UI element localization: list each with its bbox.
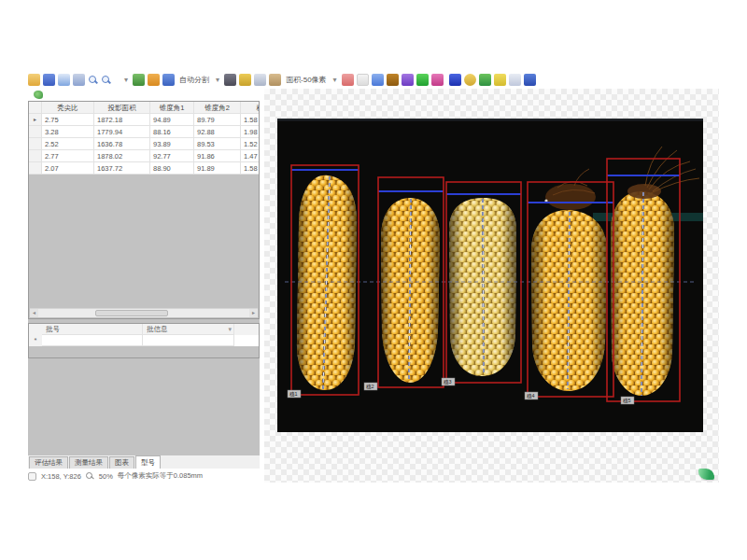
batch-table-header: 批号 批信息 ▾ (29, 324, 259, 335)
zoom-out-icon[interactable] (101, 75, 111, 85)
calibrate-plant-icon[interactable] (133, 74, 145, 86)
corn-photo-canvas[interactable]: 穗1 穗2 穗3 穗4 穗5 (277, 119, 703, 432)
status-bar: X:158, Y:826 50% 每个像素实际等于0.085mm (28, 469, 271, 483)
cell: 88.90 (150, 162, 194, 175)
tab-evaluation-results[interactable]: 评估结果 (29, 456, 68, 469)
photo-top-edge (277, 119, 703, 121)
export-image-icon[interactable] (58, 74, 70, 86)
cell: 94.89 (150, 114, 194, 126)
tab-model[interactable]: 型号 (135, 455, 161, 469)
cell: 1878.02 (94, 150, 150, 162)
column-header[interactable]: 批号 (42, 324, 143, 335)
palette-pink-icon[interactable] (431, 74, 444, 86)
new-row-marker-icon: * (29, 335, 42, 346)
column-header[interactable]: 锥度角1 (150, 102, 194, 114)
tab-measure-results[interactable]: 测量结果 (69, 456, 108, 469)
bottom-tab-bar: 评估结果 测量结果 图表 型号 (28, 455, 260, 469)
monitor-icon[interactable] (254, 74, 266, 86)
table-row[interactable]: 2.77 1878.02 92.77 91.86 1.47 (29, 150, 259, 162)
cell: 1.58 (241, 162, 260, 175)
current-row-marker-icon: ▸ (29, 114, 42, 126)
dropdown-caret-icon[interactable]: ▾ (214, 74, 221, 86)
dropdown-caret-icon[interactable]: ▾ (331, 74, 339, 86)
results-table-header: 秃尖比 投影面积 锥度角1 锥度角2 穗长 (29, 102, 259, 114)
column-header[interactable]: 穗长 (241, 102, 260, 114)
cell[interactable] (42, 335, 143, 346)
open-file-icon[interactable] (28, 74, 40, 86)
cell: 3.28 (42, 126, 94, 138)
cell: 2.77 (42, 150, 94, 162)
scroll-right-icon[interactable]: ▸ (249, 309, 258, 317)
window-view-icon[interactable] (372, 74, 384, 86)
ear-label: 穗2 (366, 384, 374, 390)
results-table[interactable]: 秃尖比 投影面积 锥度角1 锥度角2 穗长 ▸ 2.75 1872.18 94.… (28, 101, 260, 319)
silk-tassel (545, 184, 596, 210)
cell: 2.52 (42, 138, 94, 150)
cell: 91.89 (194, 162, 241, 175)
image-viewer[interactable]: 穗1 穗2 穗3 穗4 穗5 (264, 89, 719, 483)
zoom-in-icon[interactable] (88, 75, 98, 85)
row-marker-header (29, 102, 42, 114)
cell: 1637.72 (94, 162, 150, 175)
swatch-red-icon[interactable] (342, 74, 354, 86)
scrollbar-thumb[interactable] (95, 310, 168, 316)
tab-chart[interactable]: 图表 (109, 456, 134, 469)
draw-line-icon[interactable] (402, 74, 414, 86)
cell: 1872.18 (94, 114, 150, 126)
settings-blue-icon[interactable] (449, 74, 461, 86)
silk-tassel (627, 184, 661, 199)
fill-brown-icon[interactable] (387, 74, 399, 86)
dropdown-caret-icon[interactable]: ▾ (228, 324, 232, 335)
ear-label: 穗5 (623, 398, 631, 404)
cell: 1636.78 (94, 138, 150, 150)
horizontal-scrollbar[interactable]: ◂ ▸ (30, 308, 258, 317)
column-header[interactable]: 锥度角2 (194, 102, 241, 114)
dropdown-caret-icon[interactable]: ▾ (122, 74, 130, 86)
save-icon[interactable] (43, 74, 55, 86)
run-green-icon[interactable] (416, 74, 429, 86)
cell[interactable] (143, 335, 234, 346)
print-icon[interactable] (73, 74, 85, 86)
area-filter-dropdown[interactable]: 面积-50像素 (284, 75, 329, 85)
scroll-left-icon[interactable]: ◂ (30, 309, 38, 317)
main-toolbar: ▾ 自动分割 ▾ 面积-50像素 ▾ (28, 71, 504, 89)
cell: 89.79 (194, 114, 241, 126)
cell: 2.07 (42, 162, 94, 175)
cell: 89.53 (194, 138, 241, 150)
table-row[interactable]: ▸ 2.75 1872.18 94.89 89.79 1.58 (29, 114, 259, 126)
table-row[interactable]: 3.28 1779.94 88.16 92.88 1.98 (29, 126, 259, 138)
batch-table[interactable]: 批号 批信息 ▾ * (28, 323, 260, 358)
cell: 93.89 (150, 138, 194, 150)
chart-yellow-icon[interactable] (494, 74, 506, 86)
scale-note: 每个像素实际等于0.085mm (118, 471, 203, 481)
cell: 1.52 (241, 138, 260, 150)
plant-logo-icon (34, 91, 43, 99)
cursor-position: X:158, Y:826 (41, 472, 81, 481)
eco-green-icon[interactable] (479, 74, 491, 86)
cell: 1779.94 (94, 126, 150, 138)
batch-people-icon[interactable] (162, 74, 175, 86)
auto-segment-button[interactable]: 自动分割 (177, 75, 211, 85)
ear-label: 穗4 (527, 393, 535, 399)
flag-icon[interactable] (148, 74, 160, 86)
table-row[interactable]: 2.07 1637.72 88.90 91.89 1.58 (29, 162, 259, 175)
column-header[interactable]: 投影面积 (94, 102, 150, 114)
table-row[interactable]: * (29, 335, 259, 346)
ear-label: 穗3 (444, 379, 452, 385)
cell: 1.58 (241, 114, 260, 126)
file-stack-icon[interactable] (509, 74, 521, 86)
cell: 88.16 (150, 126, 194, 138)
delete-icon[interactable] (269, 74, 281, 86)
cell: 91.86 (194, 150, 241, 162)
statistics-icon[interactable] (524, 74, 536, 86)
zoom-level: 50% (99, 472, 113, 481)
magnifier-icon (86, 472, 94, 481)
column-header[interactable]: 批信息 ▾ (143, 324, 234, 335)
cell: 1.47 (241, 150, 260, 162)
table-row[interactable]: 2.52 1636.78 93.89 89.53 1.52 (29, 138, 259, 150)
pencil-icon[interactable] (224, 74, 236, 86)
marker-yellow-icon[interactable] (239, 74, 251, 86)
history-clock-icon[interactable] (464, 74, 476, 86)
column-header[interactable]: 秃尖比 (42, 102, 94, 114)
swatch-blank-icon[interactable] (357, 74, 369, 86)
